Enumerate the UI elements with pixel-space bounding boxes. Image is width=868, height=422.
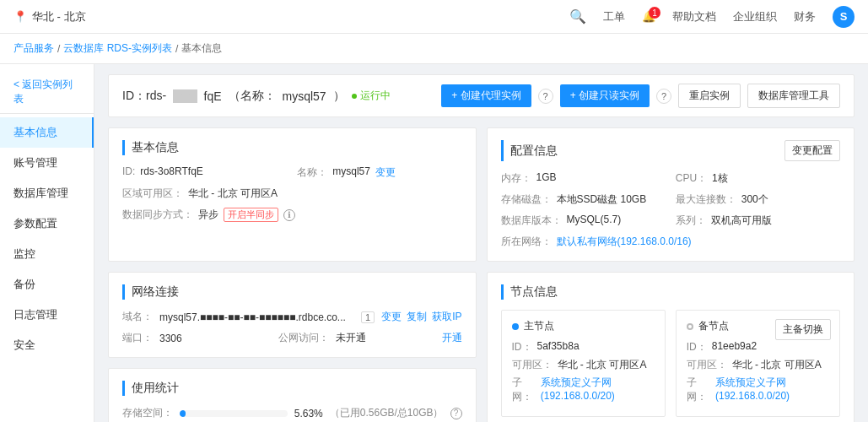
bell-button[interactable]: 🔔 1 xyxy=(642,10,655,23)
restart-button[interactable]: 重启实例 xyxy=(678,84,741,108)
sidebar-item-backup[interactable]: 备份 xyxy=(0,269,94,300)
storage-value: 本地SSD磁盘 10GB xyxy=(557,192,647,207)
node-row: 主节点 ID： 5af35b8a 可用区： 华北 - 北京 可用区A 子网： xyxy=(501,310,841,417)
series-value: 双机高可用版 xyxy=(711,214,772,228)
sidebar-item-account[interactable]: 账号管理 xyxy=(0,148,94,178)
domain-row: 域名： mysql57.■■■■-■■-■■-■■■■■■.rdbce.co..… xyxy=(122,310,462,324)
breadcrumb-product[interactable]: 产品服务 xyxy=(13,41,54,56)
zone-item: 区域可用区： 华北 - 北京 可用区A xyxy=(122,187,462,201)
memory-label: 内存： xyxy=(501,171,531,186)
domain-copy-link[interactable]: 复制 xyxy=(407,310,427,324)
cards-row-2: 网络连接 域名： mysql57.■■■■-■■-■■-■■■■■■.rdbce… xyxy=(108,272,855,422)
primary-subnet-row: 子网： 系统预定义子网(192.168.0.0/20) xyxy=(512,376,655,404)
config-info-grid: 内存： 1GB CPU： 1核 存储磁盘： 本地SSD磁盘 10GB 最大连接数… xyxy=(501,171,841,249)
primary-id-row: ID： 5af35b8a xyxy=(512,340,655,354)
left-col: 网络连接 域名： mysql57.■■■■-■■-■■-■■■■■■.rdbce… xyxy=(108,272,477,422)
change-config-button[interactable]: 变更配置 xyxy=(784,140,840,161)
config-title: 配置信息 变更配置 xyxy=(501,140,841,161)
public-open-link[interactable]: 开通 xyxy=(442,331,462,345)
sidebar: < 返回实例列表 基本信息 账号管理 数据库管理 参数配置 监控 备份 日志管理… xyxy=(0,64,94,422)
basic-info-grid: ID: rds-3o8RTfqE 名称： mysql57 变更 区域可用区： 华… xyxy=(122,165,462,222)
primary-subnet-value[interactable]: 系统预定义子网(192.168.0.0/20) xyxy=(541,376,655,404)
finance-link[interactable]: 财务 xyxy=(794,9,816,24)
location-selector[interactable]: 📍 华北 - 北京 xyxy=(13,9,86,24)
avatar[interactable]: S xyxy=(833,6,855,28)
sidebar-item-database[interactable]: 数据库管理 xyxy=(0,178,94,208)
primary-id-label: ID： xyxy=(512,340,532,354)
name-value: mysql57 xyxy=(332,165,370,177)
cpu-value: 1核 xyxy=(712,171,728,186)
sidebar-item-security[interactable]: 安全 xyxy=(0,330,94,360)
db-tool-button[interactable]: 数据库管理工具 xyxy=(747,84,840,108)
sync-label: 数据同步方式： xyxy=(122,208,193,222)
sidebar-back-button[interactable]: < 返回实例列表 xyxy=(0,71,94,114)
port-label: 端口： xyxy=(122,331,153,345)
sidebar-item-monitor[interactable]: 监控 xyxy=(0,239,94,269)
backup-dot xyxy=(687,323,693,330)
readonly-help-button[interactable]: ? xyxy=(656,89,671,104)
nav-actions: 🔍 工单 🔔 1 帮助文档 企业组织 财务 S xyxy=(569,6,855,28)
sidebar-item-basic-info[interactable]: 基本信息 xyxy=(0,117,94,148)
sync-item: 数据同步方式： 异步 开启半同步 ℹ xyxy=(122,208,462,222)
location-text: 华北 - 北京 xyxy=(32,9,86,24)
usage-help-icon[interactable]: ? xyxy=(450,408,462,419)
id-label: ID: xyxy=(122,165,135,177)
domain-ip-link[interactable]: 获取IP xyxy=(432,310,461,324)
cpu-item: CPU： 1核 xyxy=(676,171,840,186)
instance-name-label: （名称： xyxy=(229,89,276,104)
storage-progress-bar xyxy=(180,410,288,417)
network-grid: 域名： mysql57.■■■■-■■-■■-■■■■■■.rdbce.co..… xyxy=(122,310,462,345)
name-label: 名称： xyxy=(297,165,327,180)
domain-label: 域名： xyxy=(122,310,153,324)
help-link[interactable]: 帮助文档 xyxy=(672,9,716,24)
status-text: 运行中 xyxy=(360,89,391,103)
primary-zone-row: 可用区： 华北 - 北京 可用区A xyxy=(512,358,655,372)
public-value: 未开通 xyxy=(336,331,434,345)
location-icon: 📍 xyxy=(13,10,27,23)
sync-help-icon[interactable]: ℹ xyxy=(283,209,295,221)
backup-id-label: ID： xyxy=(687,340,707,354)
create-readonly-button[interactable]: + 创建只读实例 xyxy=(560,84,650,107)
usage-percent: 5.63% xyxy=(294,408,323,419)
proxy-help-button[interactable]: ? xyxy=(538,89,553,104)
usage-card: 使用统计 存储空间： 5.63% （已用0.56GB/总10GB） ? xyxy=(108,368,477,422)
network-label: 所在网络： xyxy=(501,235,552,249)
breadcrumb-current: 基本信息 xyxy=(181,41,222,56)
domain-value: mysql57.■■■■-■■-■■-■■■■■■.rdbce.co... xyxy=(159,311,354,323)
storage-usage-row: 存储空间： 5.63% （已用0.56GB/总10GB） ? xyxy=(122,406,462,420)
sidebar-item-params[interactable]: 参数配置 xyxy=(0,208,94,239)
sidebar-item-log[interactable]: 日志管理 xyxy=(0,300,94,330)
sync-type: 异步 xyxy=(198,208,218,222)
max-conn-value: 300个 xyxy=(741,192,768,207)
network-value[interactable]: 默认私有网络(192.168.0.0/16) xyxy=(557,235,692,249)
top-navigation: 📍 华北 - 北京 🔍 工单 🔔 1 帮助文档 企业组织 财务 S xyxy=(0,0,868,34)
backup-subnet-value[interactable]: 系统预定义子网(192.168.0.0/20) xyxy=(715,376,829,404)
instance-header: ID：rds- ■■■ fqE （名称： mysql57 ） 运行中 + 创建代… xyxy=(108,74,855,117)
domain-change-link[interactable]: 变更 xyxy=(381,310,402,324)
instance-name-suffix: ） xyxy=(333,89,345,104)
basic-name-item: 名称： mysql57 变更 xyxy=(297,165,461,180)
backup-id-value: 81eeb9a2 xyxy=(712,340,757,354)
org-link[interactable]: 企业组织 xyxy=(733,9,777,24)
node-info-card: 节点信息 主节点 ID： 5af35b8a 可用 xyxy=(487,272,855,422)
primary-zone-value: 华北 - 北京 可用区A xyxy=(558,358,647,372)
breadcrumb: 产品服务 / 云数据库 RDS-实例列表 / 基本信息 xyxy=(0,34,868,64)
instance-name: mysql57 xyxy=(283,89,326,103)
node-info-title: 节点信息 xyxy=(501,284,841,300)
primary-backup-switch-button[interactable]: 主备切换 xyxy=(775,319,831,340)
search-icon[interactable]: 🔍 xyxy=(569,8,586,24)
sync-status-tag[interactable]: 开启半同步 xyxy=(224,208,278,222)
workorder-link[interactable]: 工单 xyxy=(603,9,625,24)
memory-value: 1GB xyxy=(536,171,557,183)
id-suffix: fqE xyxy=(204,89,222,103)
backup-zone-label: 可用区： xyxy=(687,358,727,372)
storage-item: 存储磁盘： 本地SSD磁盘 10GB xyxy=(501,192,666,207)
network-title: 网络连接 xyxy=(122,284,462,300)
name-change-link[interactable]: 变更 xyxy=(375,165,396,180)
basic-info-card: 基本信息 ID: rds-3o8RTfqE 名称： mysql57 变更 区域可… xyxy=(108,127,477,262)
backup-subnet-label: 子网： xyxy=(687,376,710,404)
max-conn-item: 最大连接数： 300个 xyxy=(676,192,840,207)
create-proxy-button[interactable]: + 创建代理实例 xyxy=(441,84,531,107)
breadcrumb-rds-list[interactable]: 云数据库 RDS-实例列表 xyxy=(63,41,172,56)
id-masked: ■■■ xyxy=(173,89,197,103)
